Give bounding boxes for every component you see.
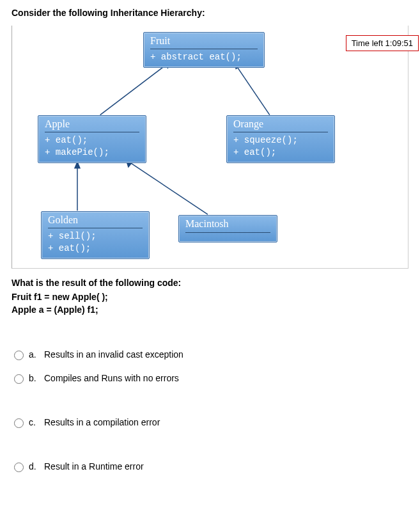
svg-line-2 [234, 62, 270, 115]
option-a-radio[interactable] [14, 351, 24, 360]
uml-method: + makePie(); [45, 147, 139, 159]
option-d-radio[interactable] [14, 463, 24, 472]
question-prompt: What is the result of the following code… [12, 278, 408, 288]
option-b-radio[interactable] [14, 374, 24, 384]
uml-class-name: Apple [45, 118, 139, 132]
uml-method: + eat(); [45, 134, 139, 147]
uml-class-name: Orange [233, 118, 328, 132]
uml-class-orange: Orange + squeeze(); + eat(); [226, 115, 335, 163]
option-text: Compiles and Runs with no errors [44, 373, 179, 383]
uml-class-golden: Golden + sell(); + eat(); [41, 211, 150, 259]
uml-method: + eat(); [48, 242, 143, 255]
option-text: Results in a compilation error [44, 417, 160, 427]
option-c-radio[interactable] [14, 418, 24, 428]
option-c[interactable]: c. Results in a compilation error [14, 412, 408, 436]
uml-method: + squeeze(); [233, 134, 328, 147]
option-letter: d. [29, 461, 39, 472]
option-letter: b. [29, 373, 39, 383]
uml-class-name: Golden [48, 214, 143, 228]
option-letter: a. [29, 349, 39, 360]
time-left-badge: Time left 1:09:51 [346, 35, 419, 51]
option-text: Results in an invalid cast exception [44, 349, 183, 360]
question-text: What is the result of the following code… [0, 269, 420, 315]
uml-class-macintosh: Macintosh [178, 215, 277, 242]
uml-method: + abstract eat(); [150, 51, 258, 63]
answer-options: a. Results in an invalid cast exception … [0, 317, 420, 480]
uml-method: + eat(); [233, 147, 328, 159]
code-line: Fruit f1 = new Apple( ); [12, 292, 408, 302]
question-heading: Consider the following Inheritance Hiera… [0, 0, 420, 23]
svg-line-6 [125, 159, 207, 214]
uml-diagram: Fruit + abstract eat(); Apple + eat(); +… [12, 26, 408, 269]
option-b[interactable]: b. Compiles and Runs with no errors [14, 368, 408, 392]
code-line: Apple a = (Apple) f1; [12, 305, 408, 315]
option-text: Result in a Runtime error [44, 461, 144, 472]
uml-class-name: Macintosh [185, 218, 270, 233]
option-letter: c. [29, 417, 39, 427]
uml-class-apple: Apple + eat(); + makePie(); [38, 115, 146, 163]
uml-class-name: Fruit [150, 35, 258, 49]
option-d[interactable]: d. Result in a Runtime error [14, 456, 408, 480]
svg-line-0 [100, 62, 170, 115]
uml-method: + sell(); [48, 230, 143, 242]
uml-class-fruit: Fruit + abstract eat(); [143, 32, 265, 68]
option-a[interactable]: a. Results in an invalid cast exception [14, 344, 408, 368]
